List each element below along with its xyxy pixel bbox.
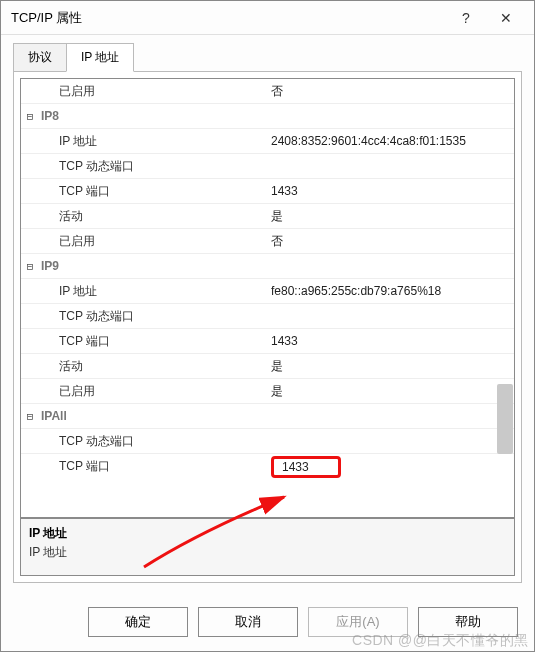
category-ipall[interactable]: ⊟ IPAll	[21, 404, 514, 429]
tab-strip: 协议 IP 地址	[13, 43, 522, 71]
property-row[interactable]: 已启用 否	[21, 79, 514, 104]
prop-value: 是	[267, 383, 514, 400]
scrollbar-thumb[interactable]	[497, 384, 513, 454]
category-ip8[interactable]: ⊟ IP8	[21, 104, 514, 129]
prop-value: 是	[267, 208, 514, 225]
titlebar: TCP/IP 属性 ? ✕	[1, 1, 534, 35]
highlighted-value: 1433	[271, 456, 341, 478]
prop-value: 1433	[267, 334, 514, 348]
description-body: IP 地址	[29, 544, 506, 561]
prop-label: TCP 端口	[57, 458, 267, 475]
prop-label: TCP 动态端口	[57, 433, 267, 450]
collapse-icon[interactable]: ⊟	[21, 260, 39, 273]
prop-value: 1433	[267, 184, 514, 198]
tab-panel: 已启用 否 ⊟ IP8 IP 地址 2408:8352:9601:4cc4:4c…	[13, 71, 522, 583]
apply-button[interactable]: 应用(A)	[308, 607, 408, 637]
category-label: IP9	[39, 259, 249, 273]
category-label: IP8	[39, 109, 249, 123]
prop-value: 否	[267, 233, 514, 250]
property-row[interactable]: TCP 端口 1433	[21, 454, 514, 479]
prop-label: 已启用	[57, 383, 267, 400]
window-title: TCP/IP 属性	[11, 9, 446, 27]
help-icon[interactable]: ?	[446, 3, 486, 33]
property-row[interactable]: 已启用 是	[21, 379, 514, 404]
property-grid: 已启用 否 ⊟ IP8 IP 地址 2408:8352:9601:4cc4:4c…	[20, 78, 515, 518]
property-row[interactable]: 活动 是	[21, 354, 514, 379]
prop-label: 已启用	[57, 83, 267, 100]
prop-label: TCP 端口	[57, 333, 267, 350]
collapse-icon[interactable]: ⊟	[21, 410, 39, 423]
prop-label: 已启用	[57, 233, 267, 250]
property-row[interactable]: IP 地址 fe80::a965:255c:db79:a765%18	[21, 279, 514, 304]
prop-value: 否	[267, 83, 514, 100]
content-area: 协议 IP 地址 已启用 否 ⊟ IP8 IP	[1, 35, 534, 595]
prop-value: 1433	[267, 456, 514, 478]
property-row[interactable]: TCP 动态端口	[21, 154, 514, 179]
close-icon[interactable]: ✕	[486, 3, 526, 33]
description-title: IP 地址	[29, 525, 506, 542]
prop-label: IP 地址	[57, 283, 267, 300]
grid-body: 已启用 否 ⊟ IP8 IP 地址 2408:8352:9601:4cc4:4c…	[21, 79, 514, 517]
prop-label: TCP 端口	[57, 183, 267, 200]
property-row[interactable]: TCP 动态端口	[21, 304, 514, 329]
tab-ip-addresses[interactable]: IP 地址	[66, 43, 134, 72]
category-ip9[interactable]: ⊟ IP9	[21, 254, 514, 279]
ok-button[interactable]: 确定	[88, 607, 188, 637]
property-row[interactable]: IP 地址 2408:8352:9601:4cc4:4ca8:f01:1535	[21, 129, 514, 154]
prop-label: 活动	[57, 358, 267, 375]
collapse-icon[interactable]: ⊟	[21, 110, 39, 123]
property-row[interactable]: 已启用 否	[21, 229, 514, 254]
help-button[interactable]: 帮助	[418, 607, 518, 637]
property-row[interactable]: TCP 端口 1433	[21, 329, 514, 354]
cancel-button[interactable]: 取消	[198, 607, 298, 637]
property-row[interactable]: 活动 是	[21, 204, 514, 229]
prop-value: fe80::a965:255c:db79:a765%18	[267, 284, 514, 298]
prop-label: TCP 动态端口	[57, 158, 267, 175]
prop-label: TCP 动态端口	[57, 308, 267, 325]
prop-value: 2408:8352:9601:4cc4:4ca8:f01:1535	[267, 134, 514, 148]
prop-label: 活动	[57, 208, 267, 225]
category-label: IPAll	[39, 409, 249, 423]
description-panel: IP 地址 IP 地址	[20, 518, 515, 576]
property-row[interactable]: TCP 端口 1433	[21, 179, 514, 204]
tab-protocol[interactable]: 协议	[13, 43, 67, 71]
button-bar: 确定 取消 应用(A) 帮助	[1, 595, 534, 651]
properties-window: TCP/IP 属性 ? ✕ 协议 IP 地址 已启用 否 ⊟ IP8	[0, 0, 535, 652]
property-row[interactable]: TCP 动态端口	[21, 429, 514, 454]
prop-value: 是	[267, 358, 514, 375]
prop-label: IP 地址	[57, 133, 267, 150]
